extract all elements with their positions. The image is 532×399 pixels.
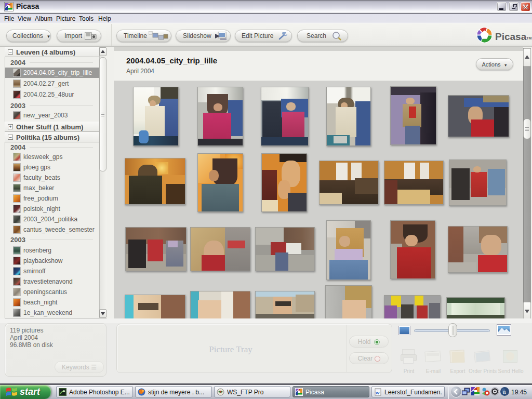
- svg-text:W: W: [376, 391, 380, 395]
- svg-text:a: a: [503, 389, 507, 395]
